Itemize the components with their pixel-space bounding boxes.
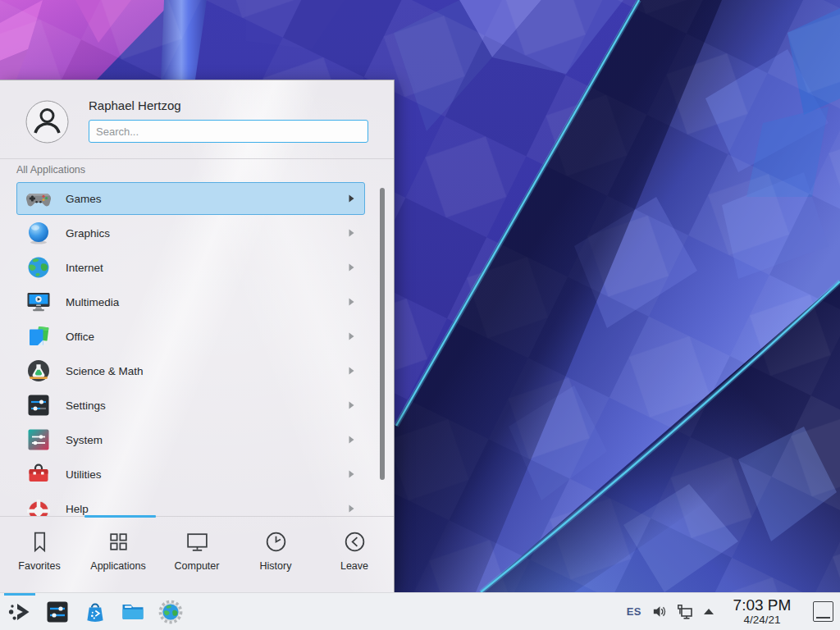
submenu-arrow-icon bbox=[349, 470, 354, 478]
category-help[interactable]: Help bbox=[16, 492, 365, 517]
tab-history[interactable]: History bbox=[236, 517, 315, 592]
utilities-icon bbox=[25, 461, 52, 487]
launcher-header: Raphael Hertzog bbox=[0, 80, 394, 159]
category-system[interactable]: System bbox=[16, 423, 365, 456]
digital-clock[interactable]: 7:03 PM 4/24/21 bbox=[728, 597, 797, 626]
graphics-icon bbox=[25, 220, 52, 246]
show-desktop-button[interactable] bbox=[813, 601, 833, 622]
category-games[interactable]: Games bbox=[16, 182, 365, 215]
taskbar: ES 7:0 bbox=[0, 592, 840, 630]
taskbar-system-settings[interactable] bbox=[44, 599, 71, 625]
category-settings[interactable]: Settings bbox=[16, 389, 365, 422]
show-desktop-glyph bbox=[816, 617, 830, 619]
category-internet[interactable]: Internet bbox=[16, 251, 365, 284]
tab-leave[interactable]: Leave bbox=[315, 517, 394, 592]
search-field-wrap bbox=[89, 120, 368, 143]
system-icon bbox=[25, 427, 52, 453]
keyboard-layout-indicator[interactable]: ES bbox=[627, 605, 641, 618]
multimedia-icon bbox=[25, 289, 52, 315]
submenu-arrow-icon bbox=[349, 263, 354, 272]
submenu-arrow-icon bbox=[349, 194, 354, 203]
applications-icon bbox=[106, 529, 131, 555]
settings-icon bbox=[25, 392, 52, 418]
category-graphics[interactable]: Graphics bbox=[16, 217, 365, 249]
leave-icon bbox=[342, 529, 368, 555]
clock-time: 7:03 PM bbox=[728, 597, 797, 613]
category-utilities[interactable]: Utilities bbox=[16, 458, 365, 491]
submenu-arrow-icon bbox=[349, 229, 354, 237]
submenu-arrow-icon bbox=[349, 401, 354, 409]
tab-computer[interactable]: Computer bbox=[158, 517, 236, 592]
help-icon bbox=[25, 495, 52, 517]
submenu-arrow-icon bbox=[349, 298, 354, 306]
history-icon bbox=[263, 529, 289, 555]
section-label: All Applications bbox=[16, 164, 85, 176]
games-icon bbox=[25, 185, 52, 212]
science-icon bbox=[25, 358, 52, 384]
internet-icon bbox=[25, 254, 52, 281]
active-task-indicator bbox=[4, 593, 35, 596]
desktop: Raphael Hertzog All Applications Games G… bbox=[0, 0, 840, 630]
taskbar-discover[interactable] bbox=[82, 599, 108, 625]
submenu-arrow-icon bbox=[349, 504, 354, 513]
application-launcher-menu: Raphael Hertzog All Applications Games G… bbox=[0, 80, 395, 592]
search-input[interactable] bbox=[89, 120, 368, 143]
submenu-arrow-icon bbox=[349, 367, 354, 375]
tab-applications[interactable]: Applications bbox=[79, 517, 158, 592]
submenu-arrow-icon bbox=[349, 436, 354, 444]
category-multimedia[interactable]: Multimedia bbox=[16, 285, 365, 318]
favorites-icon bbox=[27, 529, 52, 555]
category-science-math[interactable]: Science & Math bbox=[16, 354, 365, 387]
taskbar-launchers bbox=[0, 599, 184, 625]
clock-date: 4/24/21 bbox=[728, 614, 797, 626]
footer-tabs: Favorites Applications Computer History … bbox=[0, 517, 394, 592]
active-tab-indicator bbox=[84, 515, 156, 518]
network-icon[interactable] bbox=[677, 604, 693, 620]
tray-expander-caret-icon[interactable] bbox=[703, 608, 714, 615]
user-name: Raphael Hertzog bbox=[89, 98, 181, 112]
user-avatar[interactable] bbox=[25, 100, 69, 144]
tab-favorites[interactable]: Favorites bbox=[0, 517, 79, 592]
system-tray: ES 7:0 bbox=[627, 597, 840, 626]
taskbar-web-browser[interactable] bbox=[158, 599, 184, 625]
office-icon bbox=[25, 323, 52, 349]
taskbar-application-launcher[interactable] bbox=[7, 599, 33, 625]
submenu-arrow-icon bbox=[349, 332, 354, 340]
launcher-footer: Favorites Applications Computer History … bbox=[0, 516, 394, 592]
computer-icon bbox=[185, 529, 210, 555]
scrollbar-thumb[interactable] bbox=[380, 188, 385, 480]
category-list: Games Graphics Internet Multimedia bbox=[0, 182, 394, 517]
taskbar-file-manager[interactable] bbox=[120, 599, 146, 625]
volume-icon[interactable] bbox=[651, 604, 667, 619]
category-office[interactable]: Office bbox=[16, 320, 365, 353]
